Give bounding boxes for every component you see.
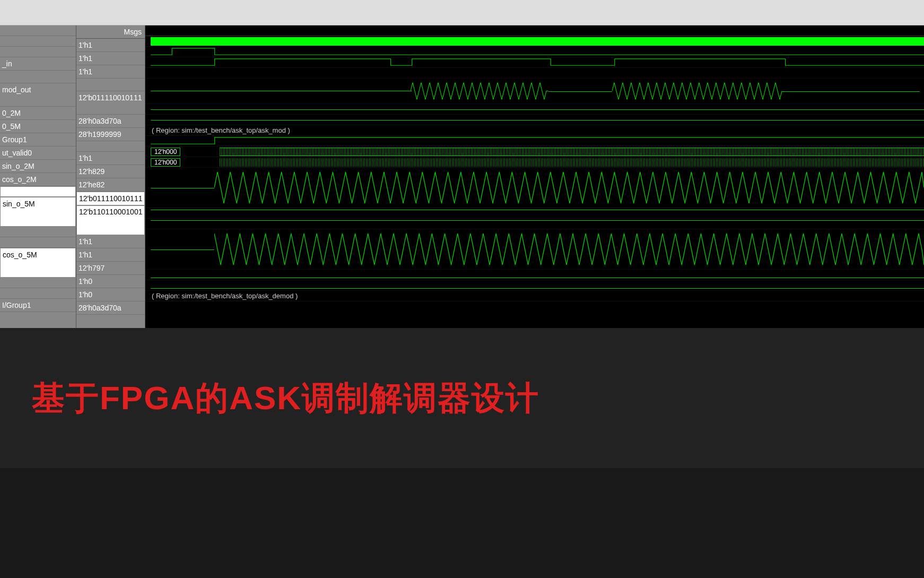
top-toolbar <box>0 0 924 25</box>
wave-row-sin-2m[interactable]: 12'h000 <box>145 146 924 157</box>
wave-row-sin-5m-analog[interactable] <box>145 168 924 208</box>
signal-value-row[interactable] <box>76 79 145 91</box>
signal-name-row[interactable]: I/Group1 <box>0 299 76 312</box>
signal-value-row-selected[interactable]: 12'b110110001001 <box>76 205 145 235</box>
signal-names-panel[interactable]: _in mod_out 0_2M 0_5M Group1 ut_valid0 s… <box>0 25 76 328</box>
names-header <box>0 25 76 36</box>
signal-value-row[interactable]: 1'h1 <box>76 152 145 165</box>
signal-name-row[interactable] <box>0 237 76 248</box>
signal-name-row-selected[interactable]: sin_o_5M <box>0 197 76 227</box>
wave-row-h0b[interactable] <box>145 280 924 291</box>
signal-value-row[interactable]: 12'h829 <box>76 165 145 178</box>
signal-value-row[interactable]: 12'he82 <box>76 178 145 192</box>
msgs-header: Msgs <box>76 25 145 39</box>
signal-name-row[interactable] <box>0 278 76 288</box>
signal-value-row-selected[interactable]: 12'b011110010111 <box>76 192 145 205</box>
signal-name-row[interactable]: ut_valid0 <box>0 146 76 160</box>
wave-spacer <box>145 68 924 79</box>
signal-name-row[interactable]: sin_o_2M <box>0 160 76 173</box>
signal-name-row[interactable] <box>0 47 76 57</box>
signal-name-row[interactable]: Group1 <box>0 133 76 146</box>
signal-name-row[interactable] <box>0 36 76 47</box>
title-overlay: 基于FPGA的ASK调制解调器设计 <box>0 328 924 468</box>
signal-value-row[interactable]: 1'h0 <box>76 275 145 288</box>
clock-high-bar <box>151 37 924 46</box>
signal-value-row[interactable]: 28'h0a3d70a <box>76 301 145 315</box>
signal-value-row[interactable]: 1'h1 <box>76 235 145 248</box>
wave-row-valid0[interactable] <box>145 136 924 146</box>
waveform-timescale[interactable] <box>145 25 924 36</box>
signal-name-row[interactable]: mod_out <box>0 83 76 107</box>
signal-value-row[interactable]: 1'h1 <box>76 65 145 79</box>
sine-5m-wave <box>214 169 924 206</box>
signal-values-panel[interactable]: Msgs 1'h1 1'h1 1'h1 12'b011110010111 28'… <box>76 25 145 328</box>
signal-value-row[interactable]: 1'h1 <box>76 39 145 52</box>
wave-row-cos-2m[interactable]: 12'h000 <box>145 157 924 168</box>
cos-5m-wave <box>214 230 924 268</box>
signal-name-row[interactable]: 0_5M <box>0 120 76 133</box>
signal-value-row[interactable]: 12'h797 <box>76 262 145 275</box>
wave-row-0-5m[interactable] <box>145 115 924 125</box>
wave-row-group2[interactable]: ( Region: sim:/test_bench/ask_top/ask_de… <box>145 291 924 301</box>
signal-value-row[interactable]: 28'h1999999 <box>76 128 145 141</box>
ask-burst-1 <box>411 81 548 101</box>
bus-value-sin2m: 12'h000 <box>151 148 180 156</box>
signal-name-row[interactable] <box>0 71 76 83</box>
page-title: 基于FPGA的ASK调制解调器设计 <box>32 376 892 420</box>
region-label-demod: ( Region: sim:/test_bench/ask_top/ask_de… <box>151 292 299 300</box>
signal-value-row[interactable] <box>76 141 145 152</box>
signal-name-row[interactable] <box>0 288 76 299</box>
waveform-canvas[interactable]: ( Region: sim:/test_bench/ask_top/ask_mo… <box>145 25 924 328</box>
wave-row-cos-5m-analog[interactable] <box>145 229 924 270</box>
wave-row-in[interactable] <box>145 57 924 68</box>
signal-value-row[interactable]: 1'h0 <box>76 288 145 301</box>
region-label-mod: ( Region: sim:/test_bench/ask_top/ask_mo… <box>151 126 291 134</box>
wave-row-logic-h1a[interactable] <box>145 208 924 219</box>
ask-burst-2 <box>612 81 782 101</box>
wave-row-0-2m[interactable] <box>145 104 924 115</box>
signal-name-row[interactable] <box>0 227 76 237</box>
signal-value-row[interactable]: 1'h1 <box>76 248 145 262</box>
wave-row-mod-out[interactable] <box>145 79 924 104</box>
wave-row-h0a[interactable] <box>145 270 924 280</box>
signal-value-row[interactable]: 12'b011110010111 <box>76 91 145 115</box>
wave-row-clock[interactable] <box>145 36 924 47</box>
signal-name-row[interactable]: _in <box>0 57 76 71</box>
signal-name-row[interactable]: 0_2M <box>0 107 76 120</box>
signal-name-row-selected[interactable]: cos_o_5M <box>0 248 76 278</box>
wave-row-logic[interactable] <box>145 47 924 57</box>
signal-name-row-selected[interactable] <box>0 186 76 197</box>
wave-row-logic-h1b[interactable] <box>145 219 924 229</box>
wave-row-group1[interactable]: ( Region: sim:/test_bench/ask_top/ask_mo… <box>145 125 924 136</box>
signal-value-row[interactable]: 28'h0a3d70a <box>76 115 145 128</box>
signal-value-row[interactable]: 1'h1 <box>76 52 145 65</box>
bus-value-cos2m: 12'h000 <box>151 158 180 167</box>
signal-name-row[interactable]: cos_o_2M <box>0 173 76 186</box>
waveform-viewer: _in mod_out 0_2M 0_5M Group1 ut_valid0 s… <box>0 25 924 328</box>
